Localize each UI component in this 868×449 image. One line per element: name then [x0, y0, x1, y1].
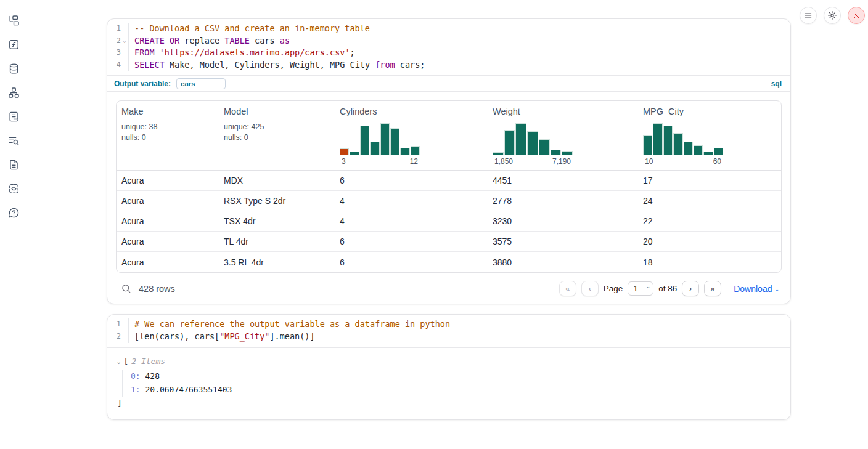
- code-line[interactable]: 2[len(cars), cars["MPG_City"].mean()]: [107, 331, 790, 343]
- tree-head: ⌄ [ 2 Items: [117, 355, 780, 368]
- dependency-graph-icon[interactable]: [7, 86, 20, 99]
- output-variable-input[interactable]: [176, 78, 226, 89]
- first-page-button[interactable]: «: [559, 281, 576, 296]
- gutter-spacer: [121, 59, 128, 71]
- file-explorer-icon[interactable]: [7, 14, 20, 27]
- documentation-icon[interactable]: [7, 158, 20, 171]
- column-histogram[interactable]: 1,8507,190: [493, 122, 573, 170]
- gutter-spacer: [121, 47, 128, 59]
- table-row[interactable]: Acura3.5 RL 4dr6388018: [117, 252, 781, 272]
- column-header-model[interactable]: Modelunique: 425nulls: 0: [219, 101, 335, 170]
- gutter-spacer: [121, 331, 128, 343]
- gutter-spacer: [121, 318, 128, 331]
- fold-chevron-icon[interactable]: ⌄: [121, 35, 128, 47]
- notebook: 1-- Download a CSV and create an in-memo…: [107, 0, 791, 420]
- code-line[interactable]: 2⌄CREATE OR replace TABLE cars as: [107, 35, 790, 47]
- table-row[interactable]: AcuraTSX 4dr4323022: [117, 211, 781, 232]
- language-badge[interactable]: sql: [771, 79, 782, 88]
- gutter-spacer: [121, 23, 128, 35]
- function-icon[interactable]: [7, 38, 20, 51]
- next-page-button[interactable]: ›: [682, 281, 699, 296]
- code-line[interactable]: 3FROM 'https://datasets.marimo.app/cars.…: [107, 47, 790, 59]
- menu-button[interactable]: [800, 7, 817, 24]
- sql-cell: 1-- Download a CSV and create an in-memo…: [107, 18, 791, 304]
- table-header: Makeunique: 38nulls: 0Modelunique: 425nu…: [117, 101, 781, 171]
- sidebar: [0, 0, 27, 449]
- python-editor[interactable]: 1# We can reference the output variable …: [107, 315, 790, 347]
- pagination: « ‹ Page 1 ⌄ of 86 › » Download ⌄: [559, 281, 779, 296]
- tree-entry: 0: 428: [131, 370, 780, 384]
- prev-page-button[interactable]: ‹: [581, 281, 599, 296]
- table-footer: 428 rows « ‹ Page 1 ⌄ of 86 › » D: [116, 273, 782, 300]
- table-row[interactable]: AcuraRSX Type S 2dr4277824: [117, 191, 781, 211]
- column-header-make[interactable]: Makeunique: 38nulls: 0: [117, 101, 219, 170]
- column-header-cylinders[interactable]: Cylinders312: [335, 101, 488, 170]
- column-histogram[interactable]: 1060: [643, 122, 723, 170]
- chevron-down-icon: ⌄: [774, 286, 779, 293]
- python-output: ⌄ [ 2 Items 0: 4281: 20.060747663551403 …: [107, 348, 790, 419]
- download-button[interactable]: Download ⌄: [734, 284, 779, 294]
- table-body: AcuraMDX6445117AcuraRSX Type S 2dr427782…: [117, 171, 781, 272]
- logs-icon[interactable]: [7, 134, 20, 147]
- sql-editor[interactable]: 1-- Download a CSV and create an in-memo…: [107, 19, 790, 75]
- close-bracket: ]: [117, 397, 780, 410]
- column-header-weight[interactable]: Weight1,8507,190: [488, 101, 638, 170]
- table-output: Makeunique: 38nulls: 0Modelunique: 425nu…: [107, 92, 790, 304]
- open-bracket: [: [123, 355, 128, 368]
- topbar-controls: [800, 7, 865, 24]
- code-line[interactable]: 1# We can reference the output variable …: [107, 318, 790, 331]
- chevron-down-icon[interactable]: ⌄: [117, 355, 120, 368]
- row-count: 428 rows: [139, 284, 175, 294]
- column-histogram[interactable]: 312: [340, 122, 420, 170]
- page-total: of 86: [658, 284, 677, 293]
- last-page-button[interactable]: »: [704, 281, 721, 296]
- output-variable-label: Output variable:: [114, 79, 171, 88]
- code-line[interactable]: 1-- Download a CSV and create an in-memo…: [107, 23, 790, 35]
- help-icon[interactable]: [7, 206, 20, 219]
- snippets-icon[interactable]: [7, 182, 20, 195]
- database-icon[interactable]: [7, 62, 20, 75]
- page-label: Page: [604, 284, 623, 293]
- items-count-label: 2 Items: [131, 355, 165, 368]
- page-select[interactable]: 1: [628, 281, 653, 296]
- table-row[interactable]: AcuraTL 4dr6357520: [117, 232, 781, 252]
- python-cell: 1# We can reference the output variable …: [107, 314, 791, 419]
- output-variable-row: Output variable: sql: [107, 75, 790, 92]
- search-icon[interactable]: [121, 283, 131, 294]
- settings-button[interactable]: [824, 7, 841, 24]
- data-table: Makeunique: 38nulls: 0Modelunique: 425nu…: [116, 100, 782, 273]
- scratchpad-icon[interactable]: [7, 110, 20, 123]
- code-line[interactable]: 4SELECT Make, Model, Cylinders, Weight, …: [107, 59, 790, 71]
- column-header-mpg_city[interactable]: MPG_City1060: [638, 101, 781, 170]
- tree-entry: 1: 20.060747663551403: [131, 383, 780, 397]
- shutdown-button[interactable]: [848, 7, 865, 24]
- table-row[interactable]: AcuraMDX6445117: [117, 171, 781, 191]
- tree-entries: 0: 4281: 20.060747663551403: [122, 370, 780, 397]
